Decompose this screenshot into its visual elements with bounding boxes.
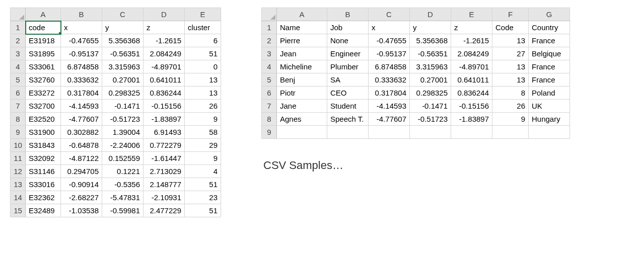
cell[interactable]: Benj (277, 73, 327, 87)
cell[interactable]: 6.91493 (144, 126, 185, 139)
cell[interactable]: S33016 (26, 178, 61, 191)
cell[interactable]: 0.298325 (102, 87, 144, 100)
cell[interactable]: -0.59981 (102, 204, 144, 217)
cell[interactable]: -4.14593 (61, 100, 102, 113)
col-header[interactable]: D (410, 8, 451, 21)
row-header[interactable]: 13 (11, 178, 26, 191)
col-header[interactable]: G (529, 8, 570, 21)
cell[interactable]: 9 (185, 113, 221, 126)
row-header[interactable]: 4 (11, 60, 26, 73)
cell[interactable]: S31843 (26, 139, 61, 152)
col-header[interactable]: D (144, 8, 185, 21)
cell[interactable]: 0.302882 (61, 126, 102, 139)
cell[interactable]: 2.084249 (144, 47, 185, 60)
cell[interactable]: 27 (492, 47, 529, 60)
cell[interactable]: S33061 (26, 60, 61, 73)
cell[interactable]: -0.56351 (102, 47, 144, 60)
col-header[interactable]: E (451, 8, 492, 21)
cell[interactable]: S32760 (26, 73, 61, 87)
cell[interactable]: -5.47831 (102, 191, 144, 204)
cell[interactable]: z (144, 21, 185, 34)
cell[interactable]: 0.298325 (410, 87, 451, 100)
cell[interactable]: E32489 (26, 204, 61, 217)
cell[interactable]: Engineer (327, 47, 369, 60)
col-header[interactable]: B (61, 8, 102, 21)
cell[interactable]: -2.10931 (144, 191, 185, 204)
cell[interactable]: 9 (185, 152, 221, 165)
cell[interactable]: 2.477229 (144, 204, 185, 217)
cell[interactable]: -2.68227 (61, 191, 102, 204)
cell[interactable]: E32520 (26, 113, 61, 126)
cell[interactable]: S32700 (26, 100, 61, 113)
cell[interactable]: 51 (185, 178, 221, 191)
row-header[interactable]: 7 (11, 100, 26, 113)
cell[interactable]: 13 (492, 73, 529, 87)
cell[interactable]: 51 (185, 204, 221, 217)
cell[interactable]: -1.83897 (144, 113, 185, 126)
cell[interactable]: S32092 (26, 152, 61, 165)
cell[interactable]: 23 (185, 191, 221, 204)
cell[interactable]: y (102, 21, 144, 34)
cell[interactable]: z (451, 21, 492, 34)
cell[interactable]: S31895 (26, 47, 61, 60)
cell[interactable]: -0.95137 (369, 47, 410, 60)
cell[interactable]: 0 (185, 60, 221, 73)
cell[interactable]: -1.2615 (144, 34, 185, 47)
cell[interactable]: 0.152559 (102, 152, 144, 165)
cell[interactable]: 26 (185, 100, 221, 113)
cell[interactable]: E32362 (26, 191, 61, 204)
cell[interactable]: -0.90914 (61, 178, 102, 191)
col-header[interactable]: A (26, 8, 61, 21)
cell[interactable] (369, 126, 410, 139)
cell[interactable]: France (529, 34, 570, 47)
row-header[interactable]: 6 (11, 87, 26, 100)
cell[interactable]: Speech T. (327, 113, 369, 126)
cell[interactable]: 1.39004 (102, 126, 144, 139)
cell[interactable]: -0.15156 (144, 100, 185, 113)
col-header[interactable]: E (185, 8, 221, 21)
cell[interactable]: -0.95137 (61, 47, 102, 60)
cell[interactable]: -1.2615 (451, 34, 492, 47)
cell[interactable]: 0.294705 (61, 165, 102, 178)
row-header[interactable]: 9 (11, 126, 26, 139)
row-header[interactable]: 10 (11, 139, 26, 152)
cell[interactable]: -4.77607 (369, 113, 410, 126)
row-header[interactable]: 2 (11, 34, 26, 47)
cell[interactable]: 0.27001 (102, 73, 144, 87)
cell[interactable]: France (529, 60, 570, 73)
cell[interactable] (327, 126, 369, 139)
row-header[interactable]: 1 (262, 21, 277, 34)
cell[interactable]: E33272 (26, 87, 61, 100)
row-header[interactable]: 8 (262, 113, 277, 126)
col-header[interactable]: C (102, 8, 144, 21)
cell[interactable]: -1.03538 (61, 204, 102, 217)
cell[interactable]: Piotr (277, 87, 327, 100)
cell[interactable]: Code (492, 21, 529, 34)
cell[interactable]: 0.333632 (369, 73, 410, 87)
cell[interactable]: y (410, 21, 451, 34)
cell[interactable]: 3.315963 (102, 60, 144, 73)
cell[interactable]: S31146 (26, 165, 61, 178)
cell[interactable]: 5.356368 (102, 34, 144, 47)
cell[interactable]: 13 (492, 60, 529, 73)
cell[interactable]: 26 (492, 100, 529, 113)
cell[interactable]: 0.317804 (369, 87, 410, 100)
cell[interactable]: 29 (185, 139, 221, 152)
row-header[interactable]: 5 (262, 73, 277, 87)
cell[interactable]: 6 (185, 34, 221, 47)
cell[interactable]: -4.87122 (61, 152, 102, 165)
cell[interactable]: 0.836244 (144, 87, 185, 100)
cell[interactable]: 13 (492, 34, 529, 47)
row-header[interactable]: 5 (11, 73, 26, 87)
cell[interactable]: France (529, 73, 570, 87)
cell[interactable]: 0.772279 (144, 139, 185, 152)
cell[interactable]: -4.89701 (144, 60, 185, 73)
cell[interactable]: 5.356368 (410, 34, 451, 47)
cell[interactable]: 2.713029 (144, 165, 185, 178)
cell[interactable]: 8 (492, 87, 529, 100)
cell[interactable]: SA (327, 73, 369, 87)
row-header[interactable]: 6 (262, 87, 277, 100)
cell[interactable]: 58 (185, 126, 221, 139)
cell[interactable]: 2.084249 (451, 47, 492, 60)
cell[interactable]: -0.1471 (410, 100, 451, 113)
